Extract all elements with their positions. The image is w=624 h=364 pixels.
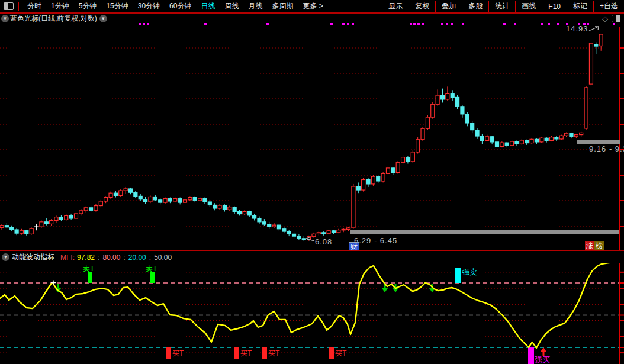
value-separator: : xyxy=(98,253,99,262)
sell-t-bar xyxy=(88,272,92,283)
rank-bang[interactable]: 榜 xyxy=(594,241,604,250)
menu-item-更多 >[interactable]: 更多 > xyxy=(298,1,327,12)
candle xyxy=(297,234,301,240)
gap-zone-high-label: 9.16 - 9.36 xyxy=(589,144,624,153)
sell-t-bar xyxy=(150,272,155,283)
candle xyxy=(89,206,93,212)
candle xyxy=(79,209,83,215)
candle xyxy=(292,232,296,239)
strong-sell-bar xyxy=(455,268,461,283)
menu-item-15分钟[interactable]: 15分钟 xyxy=(101,1,133,12)
candle xyxy=(317,231,320,235)
buy-t-bar xyxy=(262,347,267,359)
mfi-param-50: 50.00 xyxy=(154,253,172,262)
buy-t-label: 买T xyxy=(268,349,280,357)
candle xyxy=(243,210,246,215)
candle xyxy=(188,196,192,201)
candle xyxy=(505,142,509,147)
chevron-down-icon[interactable]: ▾ xyxy=(1,15,9,22)
candle xyxy=(15,228,18,235)
candle xyxy=(496,140,499,149)
candle xyxy=(431,102,435,119)
gap-zone-bar xyxy=(350,230,619,234)
candle xyxy=(238,210,242,215)
indicator-name: 动能波动指标 xyxy=(12,252,54,262)
candle xyxy=(416,137,420,153)
menu-item-复权[interactable]: 复权 xyxy=(409,1,435,12)
menu-item-+自选[interactable]: +自选 xyxy=(593,1,624,12)
candle xyxy=(436,89,439,105)
candle xyxy=(247,211,251,217)
candle xyxy=(223,204,226,211)
mfi-panel xyxy=(0,272,624,353)
candle xyxy=(401,155,405,164)
menu-item-月线[interactable]: 月线 xyxy=(243,1,267,12)
candle xyxy=(104,196,108,203)
candle xyxy=(525,140,529,145)
candlestick-and-mfi-chart[interactable]: 卖T卖T强卖买T买T买T买T强买 xyxy=(0,0,624,364)
candle xyxy=(574,134,578,138)
candle xyxy=(159,198,162,205)
mfi-label: MFI: xyxy=(60,253,75,262)
candle xyxy=(594,43,598,54)
menu-item-画线[interactable]: 画线 xyxy=(515,1,542,12)
pane-icon[interactable] xyxy=(612,15,620,22)
diamond-icon[interactable]: ◇ xyxy=(602,14,608,23)
menu-item-统计[interactable]: 统计 xyxy=(488,1,515,12)
candle xyxy=(535,138,538,144)
candle xyxy=(119,189,123,197)
menu-item-F10[interactable]: F10 xyxy=(542,2,567,11)
indicator-header: ▾ 动能波动指标 MFI: 97.82 : 80.00 : 20.00 : 50… xyxy=(0,250,624,263)
candle xyxy=(500,141,504,147)
chevron-down-icon[interactable]: ▾ xyxy=(2,253,9,261)
candle xyxy=(322,231,326,236)
candle xyxy=(391,167,395,175)
candle xyxy=(54,215,58,223)
menu-item-30分钟[interactable]: 30分钟 xyxy=(133,1,165,12)
chart-title: 蓝色光标(日线,前复权,对数) xyxy=(10,14,97,24)
candle xyxy=(50,219,53,226)
menu-item-1分钟[interactable]: 1分钟 xyxy=(46,1,74,12)
buy-t-label: 买T xyxy=(240,349,252,357)
window-split-icon[interactable] xyxy=(4,2,14,10)
candle xyxy=(198,197,202,202)
menu-item-多股[interactable]: 多股 xyxy=(462,1,488,12)
candle xyxy=(342,228,345,233)
candle xyxy=(168,198,172,204)
candle xyxy=(515,140,519,146)
candle xyxy=(599,34,603,51)
chevron-down-icon[interactable]: ▾ xyxy=(99,15,107,22)
menu-item-分时[interactable]: 分时 xyxy=(22,1,46,12)
candle xyxy=(233,207,236,214)
menu-item-周线[interactable]: 周线 xyxy=(220,1,243,12)
menu-item-多周期[interactable]: 多周期 xyxy=(267,1,298,12)
candle xyxy=(377,175,380,183)
rank-zhang[interactable]: 涨 xyxy=(585,241,594,250)
menu-item-显示[interactable]: 显示 xyxy=(382,1,409,12)
gap-zone-bar xyxy=(577,140,620,144)
menu-item-标记[interactable]: 标记 xyxy=(567,1,593,12)
candle xyxy=(371,175,375,186)
candle xyxy=(411,150,414,163)
candle xyxy=(34,224,39,230)
candle xyxy=(30,227,33,234)
candle xyxy=(20,229,23,235)
candle xyxy=(114,191,117,197)
menu-item-60分钟[interactable]: 60分钟 xyxy=(165,1,196,12)
candle xyxy=(59,215,63,221)
candle xyxy=(99,200,102,208)
menu-item-日线[interactable]: 日线 xyxy=(196,1,220,12)
candle xyxy=(109,192,112,199)
candle xyxy=(228,206,231,211)
buy-t-label: 买T xyxy=(335,349,347,357)
top-menu-bar: 分时1分钟5分钟15分钟30分钟60分钟日线周线月线多周期更多 > 显示复权叠加… xyxy=(0,0,624,14)
candle xyxy=(510,140,514,147)
event-dots xyxy=(139,23,615,25)
candle xyxy=(302,236,305,241)
candle xyxy=(69,214,73,220)
menu-item-5分钟[interactable]: 5分钟 xyxy=(74,1,102,12)
rank-board-badge[interactable]: 涨 榜 xyxy=(585,241,604,250)
candle xyxy=(559,135,563,140)
menu-item-叠加[interactable]: 叠加 xyxy=(435,1,462,12)
main-grid xyxy=(0,27,624,364)
